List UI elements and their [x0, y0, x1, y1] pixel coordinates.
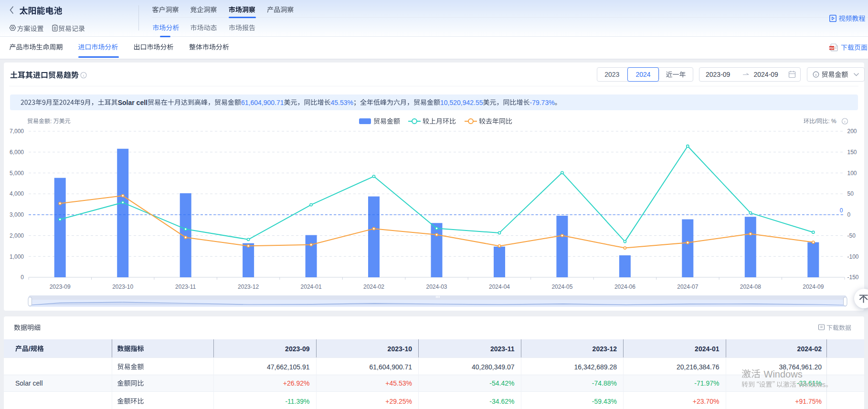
svg-text:-59.43%: -59.43% — [592, 398, 617, 405]
svg-text:-100: -100 — [847, 253, 859, 260]
svg-text:-34.62%: -34.62% — [489, 398, 514, 405]
svg-text:+91.75%: +91.75% — [795, 398, 822, 405]
svg-text:Windows: Windows — [798, 381, 826, 388]
svg-text:16,342,689.28: 16,342,689.28 — [574, 363, 617, 371]
svg-text:2024-05: 2024-05 — [551, 283, 572, 290]
svg-text:2023-10: 2023-10 — [112, 283, 133, 290]
svg-text:61,604,900.71: 61,604,900.71 — [369, 363, 412, 371]
svg-text:2024-03: 2024-03 — [426, 283, 447, 290]
svg-text:-50: -50 — [847, 232, 856, 239]
svg-text:2023-12: 2023-12 — [593, 345, 617, 353]
svg-text:50: 50 — [847, 190, 854, 197]
svg-text:1,000: 1,000 — [10, 253, 24, 260]
svg-text:2024-09: 2024-09 — [803, 283, 824, 290]
svg-text:-54.42%: -54.42% — [489, 379, 514, 387]
svg-text:2023-12: 2023-12 — [238, 283, 259, 290]
svg-text:+45.53%: +45.53% — [385, 379, 412, 387]
svg-text:7,000: 7,000 — [10, 128, 24, 135]
svg-text:10,520,942.55: 10,520,942.55 — [440, 99, 483, 106]
svg-text:2023: 2023 — [604, 71, 619, 78]
svg-text:20,216,384.76: 20,216,384.76 — [677, 363, 720, 371]
svg-text:5,000: 5,000 — [10, 170, 24, 177]
svg-text:2023-10: 2023-10 — [388, 345, 413, 353]
svg-text:+29.25%: +29.25% — [385, 398, 412, 405]
svg-text:2024-06: 2024-06 — [614, 283, 635, 290]
svg-text:0: 0 — [21, 274, 24, 281]
svg-text:+26.92%: +26.92% — [283, 379, 310, 387]
svg-text::: : — [50, 118, 52, 125]
svg-text:2023-09: 2023-09 — [706, 71, 730, 78]
svg-text:-79.73%: -79.73% — [530, 99, 555, 106]
svg-text:2024-02: 2024-02 — [797, 345, 822, 353]
svg-text:61,604,900.71: 61,604,900.71 — [241, 99, 284, 106]
svg-text:200: 200 — [847, 128, 857, 135]
svg-text:2024: 2024 — [635, 71, 650, 78]
svg-text:47,662,105.91: 47,662,105.91 — [267, 363, 310, 371]
svg-text:100: 100 — [847, 170, 857, 177]
svg-text:: %: : % — [828, 118, 836, 125]
svg-text:Solar cell: Solar cell — [15, 379, 43, 387]
svg-text:0: 0 — [847, 211, 851, 218]
svg-text:Solar cell: Solar cell — [118, 99, 148, 106]
svg-text:+23.70%: +23.70% — [693, 398, 720, 405]
svg-text:/: / — [815, 118, 817, 125]
svg-text:/: / — [29, 345, 31, 353]
svg-text:2024-08: 2024-08 — [740, 283, 761, 290]
svg-text:4,000: 4,000 — [10, 190, 24, 197]
svg-text:2024-01: 2024-01 — [695, 345, 720, 353]
svg-text:2024-02: 2024-02 — [363, 283, 384, 290]
svg-text:3,000: 3,000 — [10, 211, 24, 218]
svg-text:PDF: PDF — [829, 47, 834, 50]
svg-text:2,000: 2,000 — [10, 232, 24, 239]
svg-text:2023-09: 2023-09 — [285, 345, 310, 353]
svg-text:2023-09: 2023-09 — [50, 283, 71, 290]
svg-text:6,000: 6,000 — [10, 149, 24, 156]
svg-text:2024-01: 2024-01 — [301, 283, 322, 290]
svg-text:-74.88%: -74.88% — [592, 379, 617, 387]
svg-text:2023-11: 2023-11 — [490, 345, 515, 353]
svg-text:2024-04: 2024-04 — [489, 283, 510, 290]
svg-text:45.53%: 45.53% — [331, 99, 353, 106]
svg-text:-150: -150 — [847, 274, 859, 281]
svg-text:150: 150 — [847, 149, 857, 156]
svg-text:-11.39%: -11.39% — [285, 398, 309, 405]
svg-text:2024-09: 2024-09 — [754, 71, 779, 78]
svg-text:2023-11: 2023-11 — [175, 283, 196, 290]
svg-text:Windows: Windows — [764, 369, 803, 379]
svg-text:40,280,349.07: 40,280,349.07 — [472, 363, 515, 371]
svg-text:-71.97%: -71.97% — [694, 379, 719, 387]
svg-text:2024-07: 2024-07 — [677, 283, 698, 290]
svg-text:0: 0 — [840, 207, 843, 214]
